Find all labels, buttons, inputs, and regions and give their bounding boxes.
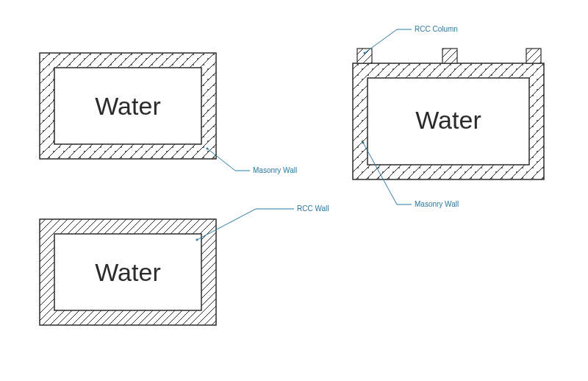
rcc-column-stub [526,49,541,63]
tank-bottom-left: Water [40,219,216,325]
svg-point-9 [196,239,198,241]
water-label-top-left: Water [95,92,160,120]
svg-point-6 [207,148,209,150]
callout-text-rcc-wall: RCC Wall [297,204,329,213]
water-label-right: Water [415,106,481,134]
svg-point-13 [362,142,365,144]
rcc-column-stub [442,49,457,63]
diagram-canvas: Water Masonry Wall Water RCC Wall Water … [0,0,588,381]
callout-text-masonry-wall-right: Masonry Wall [415,200,459,208]
callout-text-rcc-column: RCC Column [415,25,458,33]
rcc-column-stub [357,49,372,63]
callout-text-masonry-wall-left: Masonry Wall [253,166,297,174]
tank-top-left: Water [40,53,216,159]
callout-masonry-wall-left: Masonry Wall [207,148,298,175]
tank-right: Water [353,49,544,179]
water-label-bottom-left: Water [95,258,160,286]
svg-point-12 [364,52,366,54]
